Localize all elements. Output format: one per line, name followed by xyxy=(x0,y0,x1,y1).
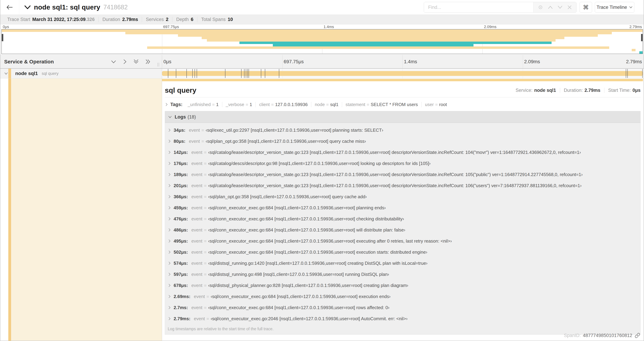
log-equals: = xyxy=(204,305,206,310)
find-group xyxy=(424,2,576,13)
span-row-name-cell[interactable]: node sql1 sql query xyxy=(0,69,162,78)
summary-value: 6 xyxy=(191,17,193,22)
logs-toggle-header[interactable]: Logs (18) xyxy=(165,111,640,123)
log-entry[interactable]: 678μs: event = ‹sql/distsql_physical_pla… xyxy=(165,280,640,291)
tick-label: 2.09ms xyxy=(484,25,496,29)
trace-id: 7418682 xyxy=(103,4,128,11)
span-collapse-chevron-down-icon[interactable] xyxy=(4,72,8,75)
span-detail-tint xyxy=(11,79,162,341)
summary-value-fraction: .326 xyxy=(86,17,95,22)
minimap-span-bar xyxy=(178,34,598,37)
chevron-right-icon xyxy=(168,239,171,243)
log-field-value: ‹sql/conn_executor_exec.go:684 [nsql1,cl… xyxy=(208,249,427,255)
chevron-right-icon xyxy=(168,306,171,309)
log-entry[interactable]: 597μs: event = ‹sql/distsql_running.go:4… xyxy=(165,269,640,280)
log-field-value: ‹sql/catalog/lease/descriptor_version_st… xyxy=(208,150,581,155)
chevron-right-icon xyxy=(168,217,171,221)
chevron-right-icon xyxy=(168,206,171,210)
top-bar: node sql1: sql query 7418682 ⌘ xyxy=(0,0,644,15)
chevron-right-icon xyxy=(168,283,171,287)
focus-match-icon[interactable] xyxy=(538,5,543,10)
log-equals: = xyxy=(204,283,206,288)
duration-label: Duration: xyxy=(564,88,583,93)
log-field-value: ‹sql/conn_executor_exec.go:684 [nsql1,cl… xyxy=(211,294,390,299)
service-operation-header-cell: Service & Operation xyxy=(0,55,162,68)
tag-equals: = xyxy=(435,102,438,107)
log-timestamp: 574μs: xyxy=(174,261,188,266)
log-field-key: event xyxy=(191,183,202,188)
viewport-left-drag-handle[interactable] xyxy=(2,34,3,41)
log-entry[interactable]: 34μs: event = ‹sql/exec_util.go:2297 [ns… xyxy=(165,125,640,136)
column-resize-grip[interactable] xyxy=(158,63,159,67)
view-select-button[interactable]: Trace Timeline xyxy=(595,2,634,13)
log-entry[interactable]: 459μs: event = ‹sql/conn_executor_exec.g… xyxy=(165,202,640,213)
next-match-chevron-down-icon[interactable] xyxy=(558,5,563,9)
minimap-canvas[interactable] xyxy=(2,29,643,54)
span-detail-operation: sql query xyxy=(165,86,196,94)
log-entry[interactable]: 142μs: event = ‹sql/catalog/lease/descri… xyxy=(165,147,640,158)
chevron-right-icon xyxy=(168,184,171,187)
collapse-all-double-chevron-down-icon[interactable] xyxy=(133,59,139,65)
log-entry[interactable]: 366μs: event = ‹sql/plan_opt.go:358 [nsq… xyxy=(165,191,640,202)
log-entry[interactable]: 486μs: event = ‹sql/conn_executor_exec.g… xyxy=(165,224,640,235)
log-entry[interactable]: 189μs: event = ‹sql/catalog/lease/descri… xyxy=(165,169,640,180)
prev-match-chevron-up-icon[interactable] xyxy=(548,5,553,9)
log-marker-tick xyxy=(626,69,626,78)
collapse-one-chevron-down-icon[interactable] xyxy=(110,60,116,64)
minimap-span-bar xyxy=(632,49,636,51)
log-equals: = xyxy=(204,205,206,210)
log-entry[interactable]: 2.7ms: event = ‹sql/conn_executor_exec.g… xyxy=(165,302,640,313)
expand-all-double-chevron-right-icon[interactable] xyxy=(145,59,151,65)
link-icon[interactable] xyxy=(635,333,640,338)
log-timestamp: 176μs: xyxy=(174,161,188,166)
expand-one-chevron-right-icon[interactable] xyxy=(123,59,127,65)
keyboard-shortcuts-button[interactable]: ⌘ xyxy=(580,2,592,13)
summary-value: 2.79ms xyxy=(122,17,138,22)
log-entry[interactable]: 80μs: event = ‹sql/plan_opt.go:358 [nsql… xyxy=(165,136,640,147)
log-entry[interactable]: 2.69ms: event = ‹sql/conn_executor_exec.… xyxy=(165,291,640,302)
span-row[interactable]: node sql1 sql query xyxy=(0,69,644,78)
log-field-key: event xyxy=(191,205,202,210)
log-equals: = xyxy=(206,294,209,299)
clear-find-x-icon[interactable] xyxy=(567,5,572,10)
tag-key: user xyxy=(425,102,434,107)
log-field-key: event xyxy=(194,294,205,299)
log-timestamp: 80μs: xyxy=(174,139,186,144)
log-entry[interactable]: 201μs: event = ‹sql/catalog/lease/descri… xyxy=(165,180,640,191)
log-entry[interactable]: 495μs: event = ‹sql/conn_executor_exec.g… xyxy=(165,235,640,247)
chevron-right-icon xyxy=(168,195,171,199)
chevron-right-icon xyxy=(168,150,171,154)
trace-summary-item: Services 2 xyxy=(142,17,172,22)
viewport-right-drag-handle[interactable] xyxy=(641,34,642,41)
log-marker-tick xyxy=(642,69,642,78)
logs-section: Logs (18) 34μs: event = ‹sql/exec_ut xyxy=(165,111,640,334)
log-entry[interactable]: 176μs: event = ‹sql/catalog/descs/descri… xyxy=(165,158,640,169)
tags-toggle-row[interactable]: Tags: _unfinished = 1 _verbose = 1 xyxy=(165,100,640,109)
log-entry[interactable]: 502μs: event = ‹sql/conn_executor_exec.g… xyxy=(165,247,640,258)
log-entry[interactable]: 574μs: event = ‹sql/distsql_running.go:1… xyxy=(165,258,640,269)
find-input[interactable] xyxy=(424,2,533,13)
back-button[interactable] xyxy=(0,0,19,15)
log-timestamp: 495μs: xyxy=(174,238,188,244)
trace-summary-bar: Trace Start March 31 2022, 17:25:09 .326… xyxy=(0,15,644,25)
collapse-trace-chevron-down-icon[interactable] xyxy=(24,0,31,15)
span-duration-bar[interactable] xyxy=(162,71,643,76)
log-field-key: event xyxy=(191,227,202,233)
log-equals: = xyxy=(204,272,206,277)
summary-value: 2 xyxy=(166,17,168,22)
minimap-span-bar xyxy=(240,42,552,44)
tick-label: 2.79ms xyxy=(630,25,642,29)
span-row-track[interactable] xyxy=(162,69,643,78)
ruler-gridline xyxy=(402,55,403,68)
span-service-name: node sql1 xyxy=(15,71,38,76)
log-entry[interactable]: 476μs: event = ‹sql/conn_executor_exec.g… xyxy=(165,213,640,224)
collapse-controls xyxy=(110,55,151,68)
log-entry[interactable]: 2.79ms: event = ‹sql/conn_executor_exec.… xyxy=(165,313,640,324)
log-timestamp: 502μs: xyxy=(174,249,188,255)
tag-item: client = 127.0.0.1:59936 xyxy=(256,102,311,107)
trace-summary-item: Duration 2.79ms xyxy=(98,17,142,22)
log-equals: = xyxy=(204,249,206,255)
log-field-key: event xyxy=(191,305,202,310)
log-field-value: ‹sql/conn_executor_exec.go:2046 [nsql1,c… xyxy=(211,316,408,321)
service-value: node sql1 xyxy=(534,88,556,93)
